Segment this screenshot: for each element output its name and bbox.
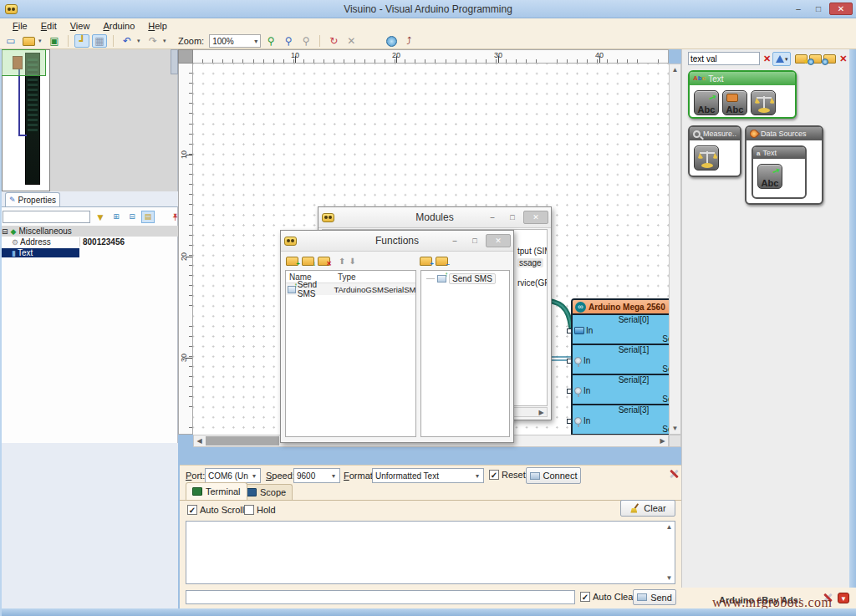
clear-button[interactable]: Clear	[620, 500, 675, 517]
save-project-icon[interactable]: ▣	[47, 34, 62, 48]
arduino-header[interactable]: ∞ Arduino Mega 2560	[573, 300, 669, 315]
function-row[interactable]: Send SMS TArduinoGSMSerialSM...	[286, 283, 415, 295]
collapse-tree-icon[interactable]: –	[436, 257, 448, 266]
serial2-in-pin[interactable]	[567, 389, 572, 394]
category-text[interactable]: Abc Text ➚ Abc Abc	[688, 70, 797, 119]
minimap-scrollbar[interactable]	[171, 49, 178, 74]
zoom-region-icon[interactable]: ⚲	[281, 34, 296, 48]
property-value[interactable]: 800123456	[79, 237, 125, 247]
scroll-right-icon[interactable]: ▶	[657, 435, 668, 446]
functions-window[interactable]: Functions – □ ✕ + ↓ ✕ ⬆ ⬇ + – Name Type …	[280, 230, 514, 443]
serial2-section[interactable]: Serial[2] In Out Sending	[573, 375, 669, 405]
delete-icon[interactable]: ✕	[344, 34, 359, 48]
maximize-button[interactable]: □	[466, 234, 484, 247]
serial0-in-pin[interactable]	[567, 328, 572, 333]
menu-view[interactable]: View	[64, 20, 96, 32]
delete-function-icon[interactable]: ✕	[318, 257, 330, 266]
properties-search-input[interactable]	[3, 211, 90, 223]
canvas-vertical-scrollbar[interactable]: ▲ ▼	[669, 64, 681, 435]
minimize-button[interactable]: –	[789, 3, 808, 15]
move-down-icon[interactable]: ⬇	[349, 257, 355, 266]
open-caret-icon[interactable]: ▾	[38, 38, 44, 44]
expand-tree-icon[interactable]: +	[420, 257, 432, 266]
component-compare-text-icon[interactable]	[751, 90, 776, 115]
web-components-icon[interactable]	[809, 54, 822, 64]
component-text-value-icon[interactable]: Abc	[722, 90, 747, 115]
component-formatted-text-icon[interactable]: ➚ Abc	[694, 90, 719, 115]
collapse-all-icon[interactable]: ⊟	[125, 211, 139, 223]
add-function-icon[interactable]: +	[286, 257, 298, 266]
wire-routing-toggle[interactable]: ┛	[74, 34, 89, 48]
component-text-source-icon[interactable]: ➚ Abc	[757, 164, 782, 189]
menu-help[interactable]: Help	[142, 20, 173, 32]
scroll-right-icon[interactable]: ▶	[536, 407, 547, 418]
scroll-down-icon[interactable]: ▼	[664, 573, 675, 583]
tab-scope[interactable]: Scope	[240, 484, 293, 500]
module-item[interactable]: ssage	[517, 258, 543, 267]
wizard-filter-button[interactable]: ▾	[772, 52, 791, 66]
zoom-select[interactable]: 100% ▾	[209, 34, 261, 48]
grid-toggle[interactable]: ▦	[92, 34, 107, 48]
new-project-icon[interactable]: ▭	[3, 34, 18, 48]
category-data-sources[interactable]: Data Sources a Text ➚ Abc	[745, 125, 823, 205]
checkbox-checked-icon[interactable]: ✓	[187, 505, 197, 515]
collapse-node-icon[interactable]: ⊟	[2, 227, 8, 236]
component-measure-icon[interactable]	[694, 145, 719, 171]
send-button[interactable]: Send	[633, 589, 676, 605]
property-group-row[interactable]: ⊟ ◆ Miscellaneous	[0, 226, 178, 237]
functions-tree[interactable]: Send SMS	[420, 270, 510, 437]
hold-checkbox[interactable]: Hold	[244, 505, 276, 515]
categorized-view-icon[interactable]: ▤	[141, 211, 155, 223]
serial1-section[interactable]: Serial[1] In Out Sending	[573, 345, 669, 375]
maximize-button[interactable]: □	[809, 3, 828, 15]
tab-terminal[interactable]: Terminal	[186, 482, 247, 500]
scroll-up-icon[interactable]: ▲	[670, 64, 680, 75]
web-help-icon[interactable]	[384, 34, 399, 48]
scroll-up-icon[interactable]: ▲	[664, 522, 675, 532]
open-project-icon[interactable]	[21, 34, 36, 48]
auto-scroll-checkbox[interactable]: ✓ Auto Scroll	[187, 505, 244, 515]
category-measure[interactable]: Measure..	[688, 125, 741, 177]
zoom-out-icon[interactable]: ⚲	[298, 34, 313, 48]
port-select[interactable]: COM6 (Unava ▾	[205, 468, 261, 483]
checkbox-checked-icon[interactable]: ✓	[489, 470, 499, 480]
minimize-button[interactable]: –	[446, 234, 464, 247]
overview-minimap[interactable]	[0, 49, 178, 191]
filter-icon[interactable]: ▼	[94, 211, 107, 223]
menu-edit[interactable]: Edit	[35, 20, 63, 32]
serial0-section[interactable]: Serial[0] In Out Sending	[573, 315, 669, 345]
close-button[interactable]: ✕	[523, 211, 548, 224]
speed-select[interactable]: 9600 ▾	[293, 468, 340, 483]
format-select[interactable]: Unformatted Text ▾	[372, 468, 484, 483]
functions-title-bar[interactable]: Functions – □ ✕	[281, 231, 513, 252]
suggest-components-icon[interactable]: ★	[795, 54, 808, 64]
module-item[interactable]: tput (SIM90	[517, 247, 548, 256]
zoom-in-icon[interactable]: ⚲	[263, 34, 278, 48]
scroll-down-icon[interactable]: ▼	[670, 423, 680, 434]
property-row-text[interactable]: ▮ Text	[0, 247, 178, 258]
maximize-button[interactable]: □	[503, 211, 522, 224]
tree-item-send-sms[interactable]: Send SMS	[421, 271, 509, 284]
checkbox-unchecked-icon[interactable]	[244, 505, 254, 515]
minimize-button[interactable]: –	[483, 211, 502, 224]
remove-components-icon[interactable]: ✕	[839, 53, 847, 64]
ads-close-icon[interactable]: ▼	[838, 593, 849, 603]
connect-button[interactable]: Connect	[526, 467, 581, 484]
scroll-left-icon[interactable]: ◀	[194, 435, 205, 446]
terminal-output[interactable]: ▲ ▼	[186, 521, 675, 584]
serial3-section[interactable]: Serial[3] In Out Sending	[573, 405, 669, 435]
scrollbar-thumb[interactable]	[206, 436, 279, 445]
reset-checkbox[interactable]: ✓ Reset	[489, 470, 526, 480]
close-button[interactable]: ✕	[486, 234, 511, 247]
palette-search-input[interactable]	[688, 52, 760, 65]
disconnect-tools-icon[interactable]	[669, 469, 679, 479]
clear-filter-icon[interactable]: ✕	[763, 53, 771, 64]
serial3-in-pin[interactable]	[567, 419, 572, 424]
insert-function-icon[interactable]: ↓	[302, 257, 314, 266]
close-button[interactable]: ✕	[829, 3, 853, 15]
checkbox-checked-icon[interactable]: ✓	[580, 592, 590, 602]
redo-icon[interactable]: ↷	[145, 34, 160, 48]
column-header-type[interactable]: Type	[336, 272, 356, 282]
send-message-input[interactable]	[186, 590, 575, 604]
move-up-icon[interactable]: ⬆	[339, 257, 345, 266]
